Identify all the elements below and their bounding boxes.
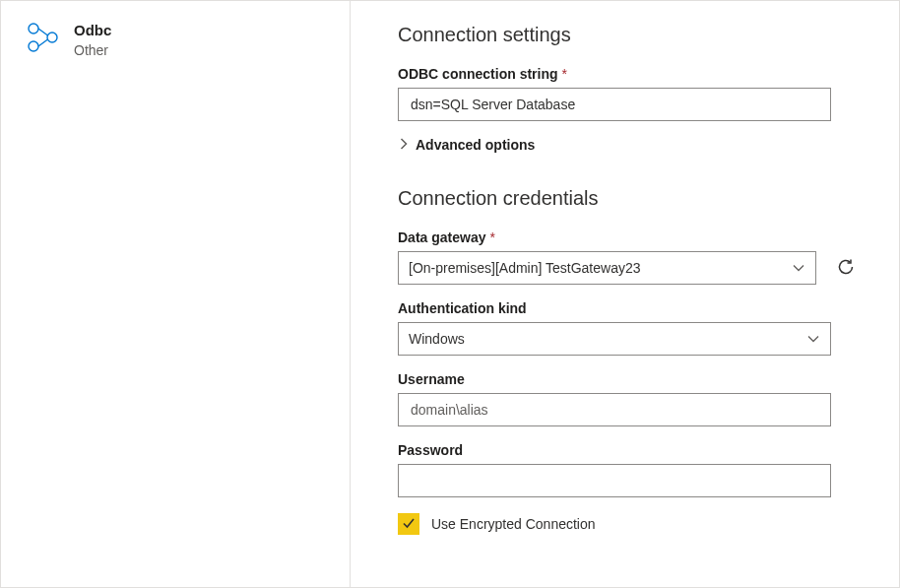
left-pane: Odbc Other (1, 1, 351, 587)
dialog-root: Odbc Other Connection settings ODBC conn… (0, 0, 900, 588)
label-authentication-kind: Authentication kind (398, 300, 860, 316)
field-encrypted: Use Encrypted Connection (398, 513, 860, 535)
field-username: Username (398, 371, 860, 426)
svg-line-3 (38, 29, 48, 35)
encrypted-connection-checkbox[interactable] (398, 513, 419, 535)
field-password: Password (398, 442, 860, 497)
chevron-down-icon (806, 332, 820, 349)
password-input[interactable] (409, 465, 820, 496)
authentication-kind-value: Windows (409, 331, 465, 347)
connector-title: Odbc (74, 21, 111, 40)
svg-point-0 (29, 24, 38, 33)
data-gateway-select[interactable]: [On-premises][Admin] TestGateway23 (398, 251, 816, 285)
required-mark: * (561, 66, 566, 82)
advanced-options-toggle[interactable]: Advanced options (398, 137, 860, 153)
field-authentication-kind: Authentication kind Windows (398, 300, 860, 356)
input-wrap-username (398, 393, 831, 426)
input-wrap-connection-string (398, 88, 831, 121)
section-connection-settings: Connection settings (398, 21, 860, 48)
field-connection-string: ODBC connection string * (398, 66, 860, 121)
authentication-kind-select[interactable]: Windows (398, 322, 831, 356)
data-gateway-value: [On-premises][Admin] TestGateway23 (409, 260, 641, 276)
chevron-right-icon (398, 137, 410, 153)
label-data-gateway-text: Data gateway (398, 229, 485, 245)
required-mark: * (489, 229, 494, 245)
input-wrap-password (398, 464, 831, 497)
label-data-gateway: Data gateway * (398, 229, 860, 245)
label-password: Password (398, 442, 860, 458)
checkmark-icon (401, 515, 417, 534)
chevron-down-icon (792, 261, 805, 278)
svg-line-4 (38, 39, 48, 46)
connection-string-input[interactable] (409, 89, 820, 120)
advanced-options-label: Advanced options (416, 137, 535, 153)
right-pane: Connection settings ODBC connection stri… (351, 1, 899, 587)
svg-point-1 (29, 41, 38, 51)
label-username: Username (398, 371, 860, 387)
refresh-icon (836, 257, 856, 280)
svg-point-2 (47, 33, 57, 42)
username-input[interactable] (409, 394, 820, 425)
connector-subtitle: Other (74, 40, 111, 60)
connector-heading: Odbc Other (74, 21, 111, 567)
field-data-gateway: Data gateway * [On-premises][Admin] Test… (398, 229, 860, 285)
refresh-gateway-button[interactable] (832, 253, 860, 284)
section-connection-credentials: Connection credentials (398, 184, 860, 212)
odbc-icon (25, 21, 58, 54)
label-connection-string: ODBC connection string * (398, 66, 860, 82)
encrypted-connection-label: Use Encrypted Connection (431, 516, 596, 532)
label-connection-string-text: ODBC connection string (398, 66, 558, 82)
